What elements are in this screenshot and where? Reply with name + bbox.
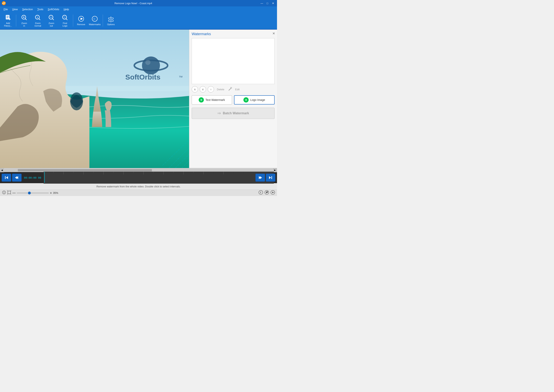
toolbar-sep-1 [16,14,16,27]
crop-icon[interactable] [7,190,11,196]
svg-line-21 [66,19,67,20]
watermark-edit-button[interactable]: Edit [234,87,241,92]
timeline-status: Remove watermark from the whole video. D… [0,183,277,190]
statusbar: — + 35% f [0,190,277,196]
window-controls: — □ ✕ [259,1,275,5]
toolbar-options[interactable]: Options [105,13,117,28]
svg-rect-74 [8,191,11,194]
step-back-icon [15,176,19,180]
svg-line-76 [11,190,11,191]
toolbar-add-files-label: AddFile(s)... [4,22,12,27]
toolbar-zoom-in[interactable]: Zoomin [18,13,31,28]
video-frame: SoftOrbits ™ [0,30,189,168]
toolbar-remove-label: Remove [77,23,85,26]
svg-line-78 [11,194,11,194]
watermark-controls: ∧ ∨ ○ Delete Edit [192,86,275,92]
toolbar-find-logo-label: FindLogo [63,22,67,27]
watermark-down-button[interactable]: ∨ [200,86,206,92]
toolbar-zoom-out[interactable]: Zoomout [45,13,58,28]
toolbar-zoom-normal[interactable]: 1 Zoomnormal [31,13,44,28]
wrench-icon [228,87,232,91]
svg-point-72 [4,191,4,192]
add-logo-image-button[interactable]: + Logo Image [234,95,275,105]
watermark-delete-button[interactable]: Delete [216,87,226,92]
toolbar-watermarks[interactable]: © Watermarks [88,13,101,28]
svg-marker-83 [272,192,274,193]
svg-text:™: ™ [179,75,183,79]
zoom-minus-icon[interactable]: — [12,191,16,195]
menu-tools[interactable]: Tools [35,7,45,11]
svg-line-75 [7,190,8,191]
status-right: f [259,190,275,196]
add-logo-icon: + [243,97,249,103]
go-to-start-button[interactable] [2,174,11,182]
menu-view[interactable]: View [10,7,20,11]
add-text-watermark-button[interactable]: + Text Watermark [192,95,232,105]
add-buttons: + Text Watermark + Logo Image [192,95,275,105]
svg-text:f: f [260,191,261,194]
toolbar-remove[interactable]: Remove [75,13,88,28]
go-to-end-button[interactable] [266,174,275,182]
watermark-circle-button[interactable]: ○ [208,86,214,92]
svg-marker-46 [15,176,17,179]
panel-close-button[interactable]: ✕ [272,32,275,35]
svg-line-42 [229,89,231,90]
svg-marker-44 [6,176,8,179]
timeline: 00:00:00 00 [0,172,277,190]
zoom-percent: 35% [53,191,58,194]
timeline-ruler[interactable] [43,172,274,184]
watermarks-icon: © [91,15,98,22]
svg-rect-3 [6,15,9,19]
scroll-thumb[interactable] [18,169,152,171]
zoom-slider[interactable] [17,193,49,193]
svg-marker-25 [81,18,83,20]
menu-file[interactable]: File [2,7,10,11]
svg-marker-68 [260,176,262,179]
batch-watermark-label: Batch Watermark [223,112,249,115]
status-left: — + 35% [2,190,58,196]
facebook-icon[interactable]: f [259,190,263,196]
video-area[interactable]: SoftOrbits ™ [0,30,189,168]
scroll-left-button[interactable]: ◀ [0,168,4,172]
svg-marker-70 [269,176,271,179]
zoom-plus-icon[interactable]: + [50,191,52,195]
zoom-normal-icon: 1 [34,14,41,21]
scroll-track[interactable] [4,169,273,171]
batch-watermark-button[interactable]: ⇒ Batch Watermark [192,108,275,119]
zoom-slider-thumb[interactable] [28,192,31,194]
menu-selection[interactable]: Selection [20,7,35,11]
titlebar: Remove Logo Now! - Coast.mp4 — □ ✕ [0,0,277,6]
twitter-icon[interactable] [265,190,269,196]
step-forward-button[interactable] [255,174,265,182]
window-title: Remove Logo Now! - Coast.mp4 [7,2,259,5]
menu-help[interactable]: Help [62,7,71,11]
go-start-icon [4,176,8,180]
watermarks-panel: Watermarks ✕ ∧ ∨ ○ Delete Edit + Text Wa… [189,30,277,168]
step-back-button[interactable] [12,174,21,182]
youtube-icon[interactable] [271,190,275,196]
ruler-svg [43,172,274,183]
toolbar-add-files[interactable]: AddFile(s)... [2,13,14,28]
add-logo-label: Logo Image [250,98,265,101]
svg-line-13 [25,19,27,20]
minimize-button[interactable]: — [259,1,264,5]
toolbar-find-logo[interactable]: FindLogo [59,13,71,28]
options-icon [107,15,114,22]
toolbar-sep-2 [73,14,73,27]
info-icon[interactable] [2,190,6,196]
svg-point-32 [142,56,160,75]
svg-line-16 [39,19,40,20]
watermark-list[interactable] [192,38,275,84]
add-text-label: Text Watermark [205,98,225,101]
zoom-in-icon [21,14,28,21]
svg-rect-47 [43,172,274,183]
watermark-up-button[interactable]: ∧ [192,86,198,92]
timeline-right-buttons [255,174,275,182]
menu-softorbits[interactable]: SoftOrbits [46,7,61,11]
horizontal-scrollbar: ◀ ▶ [0,168,277,172]
add-text-icon: + [199,97,204,103]
toolbar-watermarks-label: Watermarks [89,23,101,26]
maximize-button[interactable]: □ [265,1,270,5]
svg-text:SoftOrbits: SoftOrbits [125,73,161,81]
close-button[interactable]: ✕ [271,1,275,5]
